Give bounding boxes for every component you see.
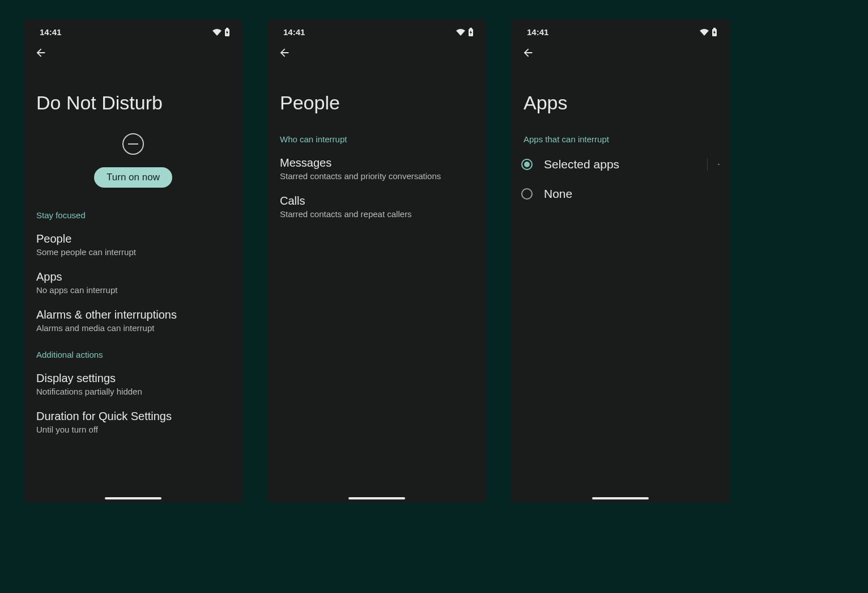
wifi-icon <box>699 28 709 36</box>
list-item-title: People <box>36 232 230 245</box>
list-item-alarms[interactable]: Alarms & other interruptions Alarms and … <box>24 302 242 340</box>
section-header-apps-interrupt: Apps that can interrupt <box>511 124 730 150</box>
status-time: 14:41 <box>527 27 548 37</box>
arrow-left-icon <box>35 46 47 59</box>
dnd-hero: Turn on now <box>24 124 242 200</box>
list-item-duration[interactable]: Duration for Quick Settings Until you tu… <box>24 403 242 441</box>
nav-pill[interactable] <box>105 497 161 499</box>
back-button[interactable] <box>521 46 535 60</box>
dnd-icon <box>122 133 144 155</box>
list-item-title: Display settings <box>36 372 230 385</box>
svg-rect-5 <box>713 28 716 29</box>
nav-pill[interactable] <box>592 497 649 499</box>
wifi-icon <box>212 28 222 36</box>
radio-option-selected-apps[interactable]: Selected apps <box>511 150 730 179</box>
status-bar: 14:41 <box>267 19 486 41</box>
list-item-sub: Alarms and media can interrupt <box>36 323 230 333</box>
list-item-title: Alarms & other interruptions <box>36 308 230 321</box>
list-item-calls[interactable]: Calls Starred contacts and repeat caller… <box>267 188 486 226</box>
list-item-sub: No apps can interrupt <box>36 285 230 295</box>
page-title: Do Not Disturb <box>24 61 242 124</box>
settings-gear-button[interactable] <box>707 158 720 171</box>
list-item-sub: Some people can interrupt <box>36 247 230 257</box>
list-item-title: Duration for Quick Settings <box>36 410 230 423</box>
radio-icon <box>521 159 533 170</box>
status-icons <box>212 28 230 37</box>
status-bar: 14:41 <box>24 19 242 41</box>
list-item-sub: Until you turn off <box>36 425 230 434</box>
battery-icon <box>712 28 717 37</box>
status-icons <box>699 28 717 37</box>
status-icons <box>456 28 474 37</box>
radio-icon <box>521 188 533 200</box>
list-item-title: Apps <box>36 270 230 283</box>
list-item-title: Messages <box>280 156 474 170</box>
page-title: People <box>267 61 486 124</box>
screen-people: 14:41 People Who can interrupt Messages … <box>267 19 486 503</box>
arrow-left-icon <box>522 46 534 59</box>
section-header-who-can-interrupt: Who can interrupt <box>267 124 486 150</box>
list-item-sub: Starred contacts and priority conversati… <box>280 171 474 181</box>
status-time: 14:41 <box>283 27 305 37</box>
svg-rect-1 <box>226 28 228 29</box>
list-item-apps[interactable]: Apps No apps can interrupt <box>24 264 242 302</box>
nav-pill[interactable] <box>348 497 405 499</box>
status-bar: 14:41 <box>511 19 730 41</box>
page-title: Apps <box>511 61 730 124</box>
screen-dnd: 14:41 Do Not Disturb Turn on now Stay fo… <box>24 19 242 503</box>
back-button[interactable] <box>278 46 291 60</box>
screen-apps: 14:41 Apps Apps that can interrupt Selec… <box>511 19 730 503</box>
list-item-sub: Starred contacts and repeat callers <box>280 209 474 219</box>
radio-option-none[interactable]: None <box>511 179 730 209</box>
list-item-title: Calls <box>280 194 474 207</box>
list-item-messages[interactable]: Messages Starred contacts and priority c… <box>267 150 486 188</box>
radio-label: Selected apps <box>544 158 696 171</box>
arrow-left-icon <box>278 46 291 59</box>
list-item-people[interactable]: People Some people can interrupt <box>24 226 242 264</box>
radio-label: None <box>544 187 720 201</box>
back-button[interactable] <box>34 46 48 60</box>
wifi-icon <box>456 28 466 36</box>
battery-icon <box>224 28 230 37</box>
list-item-display-settings[interactable]: Display settings Notifications partially… <box>24 365 242 403</box>
list-item-sub: Notifications partially hidden <box>36 387 230 396</box>
turn-on-now-button[interactable]: Turn on now <box>94 167 172 188</box>
gear-icon <box>718 159 720 170</box>
svg-rect-3 <box>470 28 472 29</box>
section-header-stay-focused: Stay focused <box>24 200 242 226</box>
section-header-additional: Additional actions <box>24 340 242 365</box>
battery-icon <box>468 28 474 37</box>
status-time: 14:41 <box>40 27 61 37</box>
